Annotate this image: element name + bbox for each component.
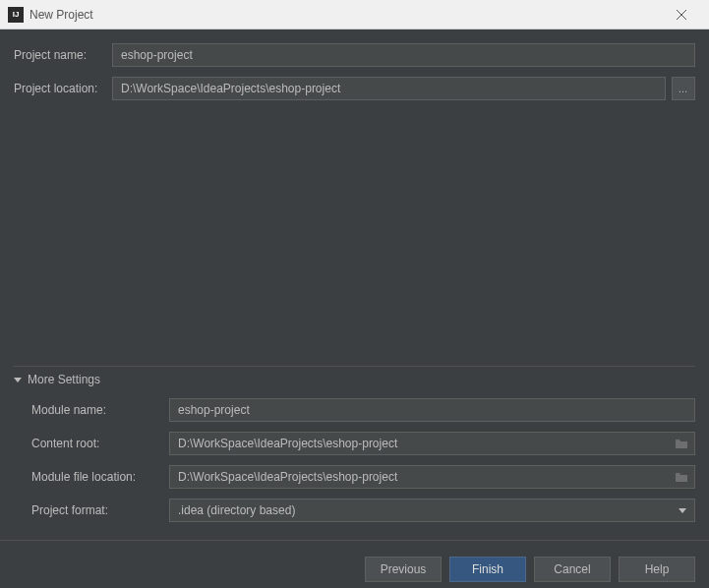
project-format-row: Project format: .idea (directory based) (31, 499, 695, 522)
project-format-select[interactable]: .idea (directory based) (169, 499, 695, 522)
module-file-location-label: Module file location: (31, 470, 169, 484)
ellipsis-icon: … (679, 84, 689, 94)
app-icon: IJ (8, 7, 24, 23)
previous-button[interactable]: Previous (365, 557, 442, 582)
close-button[interactable] (662, 0, 701, 29)
folder-icon[interactable] (675, 438, 688, 449)
project-format-label: Project format: (31, 503, 169, 517)
project-location-label: Project location: (14, 82, 112, 95)
content-root-input[interactable] (170, 433, 675, 454)
module-name-row: Module name: (31, 398, 695, 422)
module-file-location-input[interactable] (170, 466, 675, 488)
project-name-input[interactable] (112, 43, 695, 67)
module-name-label: Module name: (31, 403, 169, 417)
help-button[interactable]: Help (619, 557, 695, 582)
project-name-row: Project name: (14, 43, 695, 67)
more-settings-toggle[interactable]: More Settings (14, 373, 695, 386)
more-settings-body: Module name: Content root: Module file l… (14, 398, 695, 522)
caret-down-icon (14, 378, 22, 382)
folder-icon[interactable] (675, 471, 688, 483)
content-root-row: Content root: (31, 432, 695, 455)
chevron-down-icon (679, 508, 686, 513)
project-location-row: Project location: … (14, 77, 695, 100)
content-root-field (169, 432, 695, 455)
titlebar: IJ New Project (0, 0, 709, 29)
project-format-value: .idea (directory based) (178, 503, 679, 517)
spacer (14, 110, 695, 366)
content-root-label: Content root: (31, 437, 169, 450)
project-name-label: Project name: (14, 48, 112, 62)
main-panel: Project name: Project location: … More S… (0, 29, 709, 522)
cancel-button[interactable]: Cancel (534, 557, 611, 582)
button-bar: Previous Finish Cancel Help (0, 540, 709, 588)
finish-button[interactable]: Finish (449, 557, 526, 582)
close-icon (677, 10, 686, 20)
more-settings-section: More Settings Module name: Content root:… (14, 366, 695, 522)
project-location-input[interactable] (112, 77, 666, 100)
project-location-browse-button[interactable]: … (672, 77, 695, 100)
module-name-input[interactable] (169, 398, 695, 422)
more-settings-label: More Settings (28, 373, 100, 386)
module-file-location-row: Module file location: (31, 465, 695, 489)
module-file-location-field (169, 465, 695, 489)
window-title: New Project (30, 8, 662, 22)
